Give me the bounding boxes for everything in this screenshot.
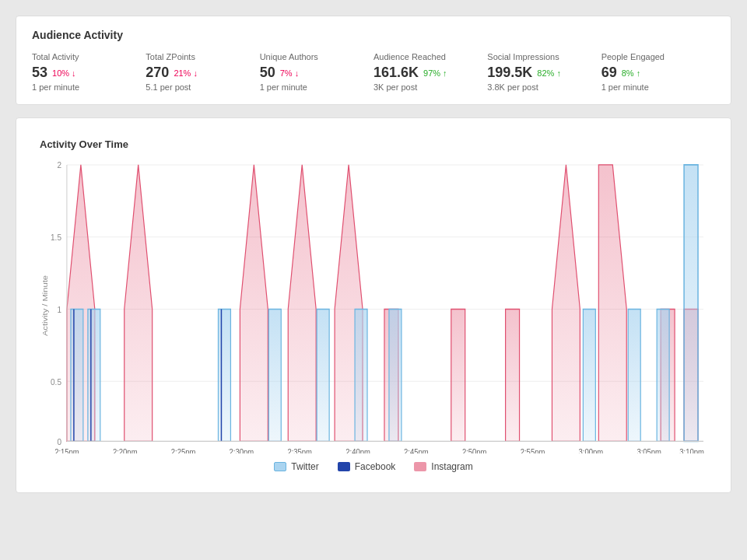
metric-label-2: Unique Authors: [260, 52, 366, 61]
metric-total-activity: Total Activity 53 10% ↓ 1 per minute: [32, 52, 146, 92]
legend-label-facebook: Facebook: [355, 461, 396, 472]
metric-sub-5: 1 per minute: [601, 82, 707, 92]
metric-change-3: 97% ↑: [423, 68, 447, 78]
metric-label-3: Audience Reached: [374, 52, 479, 61]
metric-change-2: 7% ↓: [280, 68, 299, 78]
metric-value-row-0: 53 10% ↓: [32, 65, 138, 81]
svg-text:2:25pm: 2:25pm: [171, 448, 196, 453]
metric-sub-3: 3K per post: [374, 82, 479, 92]
svg-marker-12: [124, 165, 153, 441]
legend-label-twitter: Twitter: [291, 461, 318, 472]
metrics-row: Total Activity 53 10% ↓ 1 per minute Tot…: [32, 52, 715, 92]
metric-val-0: 53: [32, 65, 47, 81]
chart-title: Activity Over Time: [40, 138, 707, 150]
legend-facebook: Facebook: [338, 461, 396, 472]
legend-swatch-instagram: [414, 462, 426, 471]
metric-unique-authors: Unique Authors 50 7% ↓ 1 per minute: [260, 52, 374, 92]
metric-change-1: 21% ↓: [174, 68, 198, 78]
svg-text:Activity / Minute: Activity / Minute: [40, 275, 49, 336]
metric-change-4: 82% ↑: [537, 68, 561, 78]
chart-container: Activity Over Time: [32, 131, 715, 480]
svg-text:3:10pm: 3:10pm: [679, 448, 704, 453]
audience-activity-title: Audience Activity: [32, 29, 715, 41]
svg-text:3:05pm: 3:05pm: [637, 448, 661, 453]
chart-area: 2 1.5 1 0.5 0 Activity / Minute: [40, 158, 707, 453]
svg-marker-13: [240, 165, 268, 441]
svg-marker-24: [88, 309, 100, 441]
svg-text:2:40pm: 2:40pm: [345, 448, 370, 453]
svg-marker-19: [552, 165, 580, 441]
metric-total-zpoints: Total ZPoints 270 21% ↓ 5.1 per post: [146, 52, 259, 92]
metric-sub-2: 1 per minute: [260, 82, 366, 92]
svg-marker-32: [657, 309, 669, 441]
metric-val-5: 69: [601, 65, 617, 81]
svg-marker-23: [71, 309, 83, 441]
metric-value-row-1: 270 21% ↓: [146, 65, 251, 81]
metric-sub-0: 1 per minute: [32, 82, 138, 92]
metric-label-5: People Engaged: [601, 52, 707, 61]
svg-marker-18: [506, 309, 520, 441]
svg-text:2:35pm: 2:35pm: [287, 448, 312, 453]
metric-sub-4: 3.8K per post: [487, 82, 593, 92]
legend-swatch-facebook: [338, 462, 350, 471]
metric-sub-1: 5.1 per post: [146, 82, 251, 92]
svg-text:2:50pm: 2:50pm: [462, 448, 487, 453]
metric-label-4: Social Impressions: [487, 52, 593, 61]
svg-marker-31: [628, 309, 640, 441]
svg-marker-27: [317, 309, 329, 441]
svg-text:1.5: 1.5: [51, 233, 61, 243]
svg-text:0: 0: [57, 436, 61, 446]
svg-marker-26: [268, 309, 281, 441]
svg-marker-17: [451, 309, 465, 441]
svg-text:0.5: 0.5: [51, 376, 61, 387]
legend-instagram: Instagram: [414, 461, 472, 472]
metric-audience-reached: Audience Reached 161.6K 97% ↑ 3K per pos…: [374, 52, 487, 92]
metric-social-impressions: Social Impressions 199.5K 82% ↑ 3.8K per…: [487, 52, 601, 92]
metric-val-1: 270: [146, 65, 169, 81]
svg-marker-30: [583, 309, 595, 441]
svg-text:2:30pm: 2:30pm: [230, 448, 254, 453]
activity-over-time-card: Activity Over Time: [16, 117, 731, 493]
metric-val-3: 161.6K: [374, 65, 419, 81]
metric-label-0: Total Activity: [32, 52, 138, 61]
svg-text:3:00pm: 3:00pm: [579, 448, 604, 453]
svg-marker-14: [288, 165, 316, 441]
svg-marker-28: [355, 309, 367, 441]
svg-text:2:20pm: 2:20pm: [113, 448, 138, 453]
audience-activity-card: Audience Activity Total Activity 53 10% …: [16, 16, 731, 105]
metric-value-row-3: 161.6K 97% ↑: [374, 65, 479, 81]
legend-twitter: Twitter: [274, 461, 318, 472]
metric-change-0: 10% ↓: [52, 68, 76, 78]
metric-val-2: 50: [260, 65, 275, 81]
metric-value-row-4: 199.5K 82% ↑: [487, 65, 593, 81]
svg-marker-20: [598, 165, 626, 441]
metric-people-engaged: People Engaged 69 8% ↑ 1 per minute: [601, 52, 715, 92]
metric-label-1: Total ZPoints: [146, 52, 251, 61]
metric-value-row-2: 50 7% ↓: [260, 65, 366, 81]
metric-value-row-5: 69 8% ↑: [601, 65, 707, 81]
svg-marker-29: [389, 309, 402, 441]
metric-val-4: 199.5K: [487, 65, 532, 81]
svg-text:2:55pm: 2:55pm: [521, 448, 545, 453]
svg-text:2: 2: [57, 160, 61, 170]
chart-legend: Twitter Facebook Instagram: [40, 461, 707, 472]
legend-swatch-twitter: [274, 462, 286, 471]
svg-marker-33: [684, 165, 698, 441]
page-container: Audience Activity Total Activity 53 10% …: [16, 16, 731, 493]
svg-marker-25: [218, 309, 230, 441]
chart-svg: 2 1.5 1 0.5 0 Activity / Minute: [40, 158, 707, 453]
svg-text:2:45pm: 2:45pm: [404, 448, 429, 453]
svg-text:1: 1: [57, 304, 61, 314]
legend-label-instagram: Instagram: [431, 461, 472, 472]
metric-change-5: 8% ↑: [622, 68, 640, 78]
svg-text:2:15pm: 2:15pm: [54, 448, 79, 453]
